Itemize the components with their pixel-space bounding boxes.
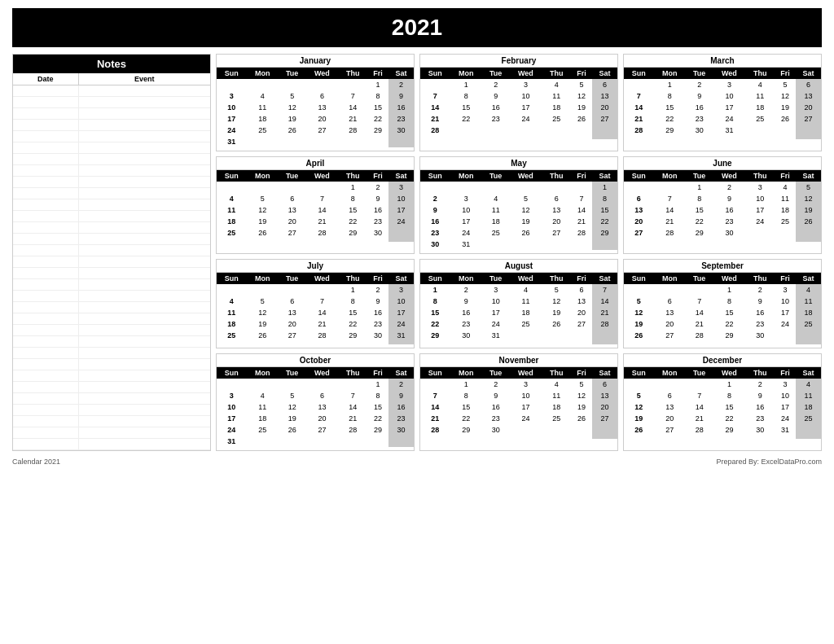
cal-day[interactable]: 10: [509, 390, 542, 401]
cal-day[interactable]: 31: [775, 424, 796, 436]
notes-event-cell[interactable]: [79, 268, 210, 278]
cal-day[interactable]: 22: [339, 216, 368, 227]
cal-day[interactable]: 26: [279, 125, 305, 136]
cal-day[interactable]: 9: [388, 90, 414, 102]
cal-day[interactable]: 19: [247, 318, 279, 330]
cal-day[interactable]: 10: [482, 296, 509, 307]
cal-day[interactable]: 28: [420, 424, 450, 436]
cal-day[interactable]: 26: [796, 216, 821, 227]
cal-day[interactable]: 5: [796, 182, 821, 193]
cal-day[interactable]: 6: [654, 390, 686, 401]
notes-event-cell[interactable]: [79, 120, 210, 130]
notes-event-cell[interactable]: [79, 165, 210, 176]
notes-date-cell[interactable]: [13, 416, 79, 427]
cal-day[interactable]: 24: [746, 216, 775, 227]
cal-day[interactable]: 21: [339, 413, 368, 424]
cal-day[interactable]: 7: [686, 296, 713, 307]
cal-day[interactable]: 4: [775, 182, 796, 193]
cal-day[interactable]: 31: [713, 125, 745, 136]
cal-day[interactable]: 9: [686, 90, 713, 102]
cal-day[interactable]: 4: [746, 79, 775, 90]
notes-date-cell[interactable]: [13, 427, 79, 438]
cal-day[interactable]: 30: [367, 330, 388, 341]
cal-day[interactable]: 1: [713, 284, 745, 296]
cal-day[interactable]: 16: [713, 204, 745, 216]
notes-date-cell[interactable]: [13, 165, 79, 176]
cal-day[interactable]: 10: [450, 204, 482, 216]
cal-day[interactable]: 19: [775, 102, 796, 113]
cal-day[interactable]: 9: [367, 296, 388, 307]
cal-day[interactable]: 22: [339, 318, 368, 330]
cal-day[interactable]: 2: [713, 182, 745, 193]
cal-day[interactable]: 8: [339, 296, 368, 307]
cal-day[interactable]: 28: [654, 227, 686, 239]
cal-day[interactable]: 11: [775, 193, 796, 204]
cal-day[interactable]: 20: [624, 216, 654, 227]
cal-day[interactable]: 19: [279, 113, 305, 125]
cal-day[interactable]: 28: [420, 125, 450, 136]
cal-day[interactable]: 2: [482, 379, 509, 390]
notes-date-cell[interactable]: [13, 348, 79, 358]
cal-day[interactable]: 20: [592, 102, 617, 113]
cal-day[interactable]: 21: [339, 113, 368, 125]
cal-day[interactable]: 10: [713, 90, 745, 102]
cal-day[interactable]: 3: [509, 79, 542, 90]
cal-day[interactable]: 1: [654, 79, 686, 90]
cal-day[interactable]: 16: [746, 307, 775, 318]
cal-day[interactable]: 12: [247, 307, 279, 318]
cal-day[interactable]: 22: [654, 113, 686, 125]
cal-day[interactable]: 24: [450, 227, 482, 239]
cal-day[interactable]: 20: [542, 216, 572, 227]
cal-day[interactable]: 13: [592, 390, 617, 401]
cal-day[interactable]: 31: [217, 136, 247, 147]
cal-day[interactable]: 8: [367, 390, 388, 401]
cal-day[interactable]: 12: [542, 296, 572, 307]
cal-day[interactable]: 16: [746, 401, 775, 413]
cal-day[interactable]: 17: [509, 401, 542, 413]
cal-day[interactable]: 15: [686, 204, 713, 216]
cal-day[interactable]: 7: [305, 296, 338, 307]
cal-day[interactable]: 20: [796, 102, 821, 113]
cal-day[interactable]: 19: [624, 318, 654, 330]
cal-day[interactable]: 1: [713, 379, 745, 390]
cal-day[interactable]: 27: [305, 125, 338, 136]
cal-day[interactable]: 27: [654, 424, 686, 436]
cal-day[interactable]: 13: [305, 401, 338, 413]
cal-day[interactable]: 3: [388, 284, 414, 296]
cal-day[interactable]: 2: [686, 79, 713, 90]
cal-day[interactable]: 5: [509, 193, 542, 204]
cal-day[interactable]: 30: [746, 330, 775, 341]
cal-day[interactable]: 2: [367, 182, 388, 193]
cal-day[interactable]: 12: [775, 90, 796, 102]
cal-day[interactable]: 20: [279, 318, 305, 330]
notes-date-cell[interactable]: [13, 199, 79, 210]
cal-day[interactable]: 20: [654, 318, 686, 330]
notes-event-cell[interactable]: [79, 279, 210, 290]
cal-day[interactable]: 19: [571, 102, 592, 113]
cal-day[interactable]: 25: [746, 113, 775, 125]
cal-day[interactable]: 3: [775, 379, 796, 390]
notes-date-cell[interactable]: [13, 188, 79, 199]
cal-day[interactable]: 14: [592, 296, 617, 307]
cal-day[interactable]: 2: [420, 193, 450, 204]
cal-day[interactable]: 25: [247, 424, 279, 436]
cal-day[interactable]: 14: [420, 102, 450, 113]
cal-day[interactable]: 7: [686, 390, 713, 401]
cal-day[interactable]: 12: [279, 102, 305, 113]
cal-day[interactable]: 16: [388, 401, 414, 413]
notes-date-cell[interactable]: [13, 234, 79, 244]
cal-day[interactable]: 26: [247, 227, 279, 239]
cal-day[interactable]: 3: [450, 193, 482, 204]
cal-day[interactable]: 5: [247, 193, 279, 204]
cal-day[interactable]: 11: [247, 102, 279, 113]
notes-event-cell[interactable]: [79, 325, 210, 335]
cal-day[interactable]: 24: [388, 216, 414, 227]
notes-event-cell[interactable]: [79, 177, 210, 187]
cal-day[interactable]: 5: [775, 79, 796, 90]
cal-day[interactable]: 21: [305, 318, 338, 330]
cal-day[interactable]: 19: [796, 204, 821, 216]
cal-day[interactable]: 10: [509, 90, 542, 102]
cal-day[interactable]: 30: [388, 125, 414, 136]
notes-event-cell[interactable]: [79, 108, 210, 119]
cal-day[interactable]: 4: [796, 379, 821, 390]
